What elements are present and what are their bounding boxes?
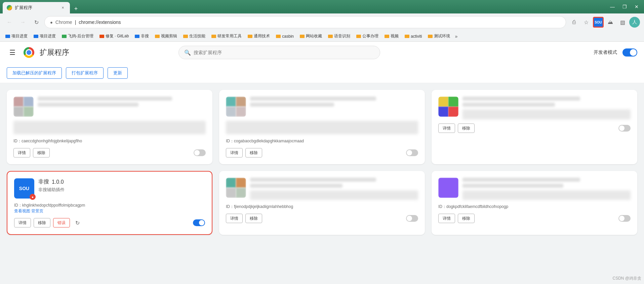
remove-button[interactable]: 移除 — [458, 123, 475, 133]
bookmark-label: 网站收藏 — [306, 33, 322, 39]
extension-toggle[interactable] — [194, 149, 206, 156]
bookmark-label: 公事办理 — [362, 33, 378, 39]
search-box[interactable]: 🔍 — [178, 46, 380, 59]
back-button[interactable]: ← — [4, 17, 15, 28]
bookmark-label: 视频 — [391, 33, 399, 39]
extension-card: ID：dogkpdfcklifaemcdfbildhcofnopogp 详情 移… — [432, 171, 637, 235]
dev-mode-toggle[interactable] — [622, 48, 637, 57]
ext-card-footer: 详情 移除 — [226, 148, 418, 157]
load-extension-button[interactable]: 加载已解压的扩展程序 — [7, 67, 62, 79]
sidebar-icon[interactable]: ▧ — [617, 17, 628, 28]
extension-toggle[interactable] — [406, 149, 418, 156]
bookmark-favicon — [62, 35, 67, 38]
restore-button[interactable]: ❐ — [620, 2, 629, 11]
remove-button[interactable]: 移除 — [33, 148, 50, 157]
bookmark-favicon — [183, 35, 188, 38]
ext-card-header — [438, 97, 631, 119]
ext-desc-blurred — [250, 184, 343, 188]
extension-toggle-on[interactable] — [193, 219, 205, 226]
ext-body-blurred — [13, 121, 206, 134]
extension-card: ID：fjienodpdjkjeljkadiigmlahhebbhog 详情 移… — [219, 171, 425, 235]
extension-icon — [438, 97, 458, 117]
remove-button[interactable]: 移除 — [245, 148, 262, 157]
bookmark-item[interactable]: activiti — [402, 33, 425, 40]
active-tab[interactable]: 扩展程序 × — [3, 2, 70, 13]
bookmark-item[interactable]: 视频剪辑 — [152, 32, 180, 40]
bookmark-item[interactable]: 公事办理 — [354, 32, 381, 40]
ext-card-footer: 详情 移除 — [438, 123, 631, 133]
bookmark-label: 视频剪辑 — [161, 33, 177, 39]
details-button[interactable]: 详情 — [438, 214, 455, 223]
ext-card-header — [438, 178, 631, 200]
ext-body-blurred — [462, 109, 631, 119]
ext-desc-blurred — [250, 103, 334, 107]
dev-mode-label: 开发者模式 — [594, 49, 617, 56]
bookmark-favicon — [328, 35, 333, 38]
reload-button[interactable]: ↻ — [31, 17, 42, 28]
details-button[interactable]: 详情 — [226, 214, 243, 223]
extension-toggle[interactable] — [618, 215, 631, 222]
title-bar: 扩展程序 × + — ❐ ✕ — [0, 0, 644, 13]
share-icon[interactable]: ⎙ — [569, 17, 579, 28]
bookmarks-overflow[interactable]: » — [455, 34, 457, 39]
new-tab-button[interactable]: + — [71, 4, 81, 13]
hamburger-menu[interactable]: ☰ — [7, 46, 18, 59]
search-input[interactable] — [194, 50, 374, 55]
profile-button[interactable]: 人 — [629, 17, 640, 28]
bookmark-item[interactable]: 非搜 — [132, 32, 152, 40]
pack-extension-button[interactable]: 打包扩展程序 — [66, 67, 104, 79]
error-button[interactable]: 错误 — [53, 218, 70, 227]
extensions-icon[interactable]: ⛰ — [605, 17, 616, 28]
bookmark-item[interactable]: 项目进度 — [31, 32, 58, 40]
bookmark-item[interactable]: 项目进度 — [3, 32, 30, 40]
bookmark-item[interactable]: 测试环境 — [425, 32, 453, 40]
bookmark-item[interactable]: 生活技能 — [180, 32, 208, 40]
bookmark-favicon — [135, 35, 139, 38]
details-button[interactable]: 详情 — [438, 123, 455, 133]
ext-id: ID：cogabaocbgdlekdapghkkamaajocmaad — [226, 138, 418, 144]
remove-button[interactable]: 移除 — [458, 214, 475, 223]
close-button[interactable]: ✕ — [632, 2, 641, 11]
bookmark-label: 非搜 — [141, 33, 149, 39]
bookmark-item[interactable]: casbin — [273, 33, 296, 40]
bookmark-item[interactable]: 视频 — [382, 32, 401, 40]
bookmark-label: 项目进度 — [40, 33, 56, 39]
address-separator: | — [75, 20, 76, 25]
security-icon: ● — [50, 20, 53, 25]
forward-button[interactable]: → — [17, 17, 28, 28]
window-controls: — ❐ ✕ — [608, 2, 641, 11]
remove-button[interactable]: 移除 — [34, 218, 50, 227]
bookmark-item[interactable]: 研发常用工具 — [209, 32, 244, 40]
remove-button[interactable]: 移除 — [245, 214, 262, 223]
tab-close-button[interactable]: × — [60, 5, 66, 11]
extension-toggle[interactable] — [618, 125, 631, 132]
details-button[interactable]: 详情 — [226, 148, 243, 157]
browser-brand: Chrome — [55, 20, 72, 25]
reload-button[interactable]: ↻ — [73, 218, 82, 227]
active-extension-button[interactable]: SOU — [593, 17, 604, 28]
minimize-button[interactable]: — — [608, 2, 617, 11]
bookmark-item[interactable]: 语音识别 — [325, 32, 353, 40]
extension-card: 详情 移除 — [432, 90, 637, 164]
address-bar[interactable]: ● Chrome | chrome://extensions — [44, 16, 566, 28]
view-link[interactable]: 查看视图 — [14, 209, 30, 213]
bookmark-favicon — [248, 35, 252, 38]
details-button[interactable]: 详情 — [13, 148, 30, 157]
update-button[interactable]: 更新 — [108, 67, 128, 79]
extension-toggle[interactable] — [406, 215, 418, 222]
bookmark-item[interactable]: 通用技术 — [245, 32, 273, 40]
bookmark-favicon — [34, 35, 38, 38]
extension-icon — [13, 97, 34, 117]
bookmark-item[interactable]: 修复 · GitLab — [97, 32, 131, 40]
details-button[interactable]: 详情 — [14, 218, 31, 227]
bookmark-item[interactable]: 飞鸽-后台管理 — [59, 32, 96, 40]
bookmark-favicon — [5, 35, 10, 38]
background-link[interactable]: 背景页 — [31, 209, 43, 213]
bookmark-label: 生活技能 — [189, 33, 205, 39]
bookmark-label: 修复 · GitLab — [106, 33, 129, 39]
ext-card-header: SOU ● 非搜 1.0.0 非搜辅助插件 — [14, 178, 205, 199]
extension-card: ID：caeccdghonhgihfojgbnkelijapgflho 详情 移… — [7, 90, 212, 164]
bookmark-icon[interactable]: ☆ — [581, 17, 592, 28]
bookmark-item[interactable]: 网站收藏 — [297, 32, 325, 40]
sou-badge: ● — [30, 194, 36, 200]
